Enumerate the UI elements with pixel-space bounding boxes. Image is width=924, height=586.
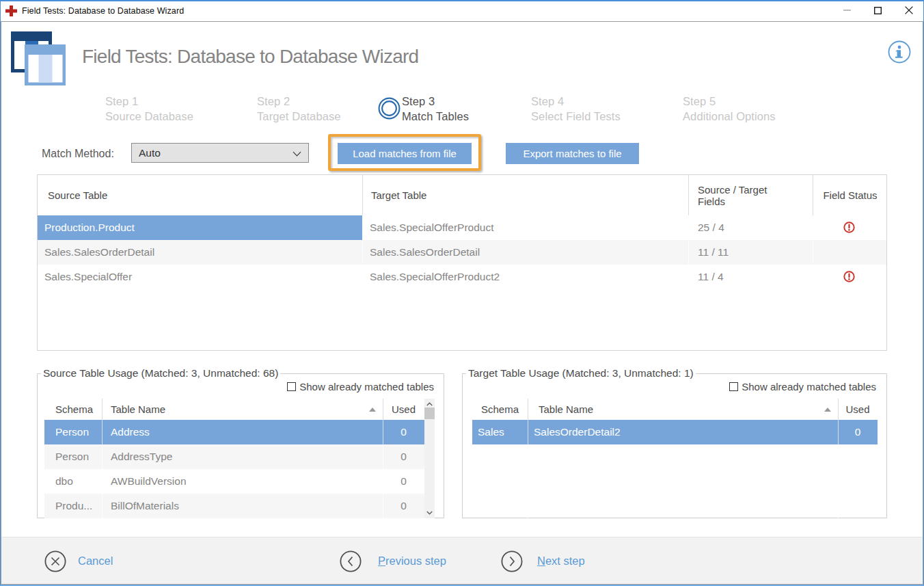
step-5-label: Additional Options — [683, 110, 776, 122]
cell-status — [813, 265, 888, 289]
cell-schema: dbo — [55, 469, 73, 494]
match-method-label: Match Method: — [42, 148, 114, 160]
step-3-active-icon — [378, 97, 400, 120]
cell-used: 0 — [383, 420, 424, 444]
source-usage-legend: Source Table Usage (Matched: 3, Unmatche… — [41, 367, 280, 379]
match-row-2[interactable]: Sales.SalesOrderDetail Sales.SalesOrderD… — [38, 240, 886, 265]
target-usage-legend: Target Table Usage (Matched: 3, Unmatche… — [466, 367, 696, 379]
col-target-table[interactable]: Target Table — [371, 175, 426, 215]
cancel-button[interactable]: Cancel — [44, 550, 113, 572]
page-title: Field Tests: Database to Database Wizard — [82, 46, 418, 68]
previous-label: Previous step — [378, 555, 446, 568]
app-icon — [5, 5, 17, 16]
checkbox[interactable] — [287, 382, 296, 391]
step-4: Step 4 Select Field Tests — [531, 94, 678, 124]
cancel-icon — [44, 550, 66, 572]
close-button[interactable] — [893, 0, 924, 21]
target-show-matched[interactable]: Show already matched tables — [729, 382, 876, 391]
cell-table-name: AWBuildVersion — [111, 469, 187, 494]
match-table-header: Source Table Target Table Source / Targe… — [38, 175, 886, 215]
cell-status — [813, 215, 888, 240]
cell-table-name: AddressType — [111, 444, 172, 469]
checkbox-label: Show already matched tables — [299, 381, 434, 392]
match-row-1[interactable]: Production.Product Sales.SpecialOfferPro… — [38, 215, 886, 240]
match-method-select[interactable]: Auto — [131, 143, 309, 163]
step-4-label: Select Field Tests — [531, 110, 621, 122]
col-table-name[interactable]: Table Name — [539, 399, 593, 420]
step-3-label: Match Tables — [402, 110, 469, 122]
cell-source[interactable]: Sales.SpecialOffer — [38, 265, 362, 289]
checkbox-label: Show already matched tables — [742, 381, 876, 392]
window-title: Field Tests: Database to Database Wizard — [22, 6, 184, 16]
step-4-number: Step 4 — [531, 94, 678, 109]
source-usage-panel: Source Table Usage (Matched: 3, Unmatche… — [37, 373, 444, 518]
target-usage-header: Schema Table Name Used — [472, 399, 878, 420]
titlebar: Field Tests: Database to Database Wizard — [0, 0, 924, 21]
chevron-down-icon — [293, 151, 301, 157]
cell-target[interactable]: Sales.SalesOrderDetail — [370, 240, 480, 265]
cell-schema: Person — [55, 420, 89, 444]
cell-target[interactable]: Sales.SpecialOfferProduct — [370, 215, 494, 240]
match-row-3[interactable]: Sales.SpecialOffer Sales.SpecialOfferPro… — [38, 265, 886, 289]
source-show-matched[interactable]: Show already matched tables — [287, 382, 434, 391]
source-usage-header: Schema Table Name Used — [44, 399, 435, 420]
export-matches-button[interactable]: Export matches to file — [506, 143, 639, 164]
target-usage-panel: Target Table Usage (Matched: 3, Unmatche… — [462, 373, 887, 518]
step-1-label: Source Database — [105, 110, 193, 122]
step-5: Step 5 Additional Options — [683, 94, 830, 124]
scroll-up-icon[interactable] — [426, 402, 433, 406]
next-step-button[interactable]: Next step — [501, 550, 585, 572]
cell-schema: Produ... — [55, 494, 92, 518]
next-icon — [501, 550, 523, 572]
col-used[interactable]: Used — [383, 399, 424, 420]
previous-step-button[interactable]: Previous step — [340, 550, 446, 572]
source-usage-table: Schema Table Name Used Person Address 0 … — [44, 399, 435, 518]
cell-table-name: Address — [111, 420, 150, 444]
step-5-number: Step 5 — [683, 94, 830, 109]
cell-table-name: BillOfMaterials — [111, 494, 179, 518]
sort-ascending-icon — [824, 408, 831, 412]
error-icon — [843, 271, 855, 282]
cell-used: 0 — [838, 420, 878, 444]
maximize-button[interactable] — [862, 0, 893, 21]
col-table-name[interactable]: Table Name — [111, 399, 165, 420]
cell-fields[interactable]: 11 / 11 — [698, 240, 729, 265]
col-fields[interactable]: Source / Target Fields — [698, 175, 780, 215]
vertical-scrollbar[interactable] — [424, 399, 435, 518]
previous-icon — [340, 550, 362, 572]
col-schema[interactable]: Schema — [55, 399, 93, 420]
cell-table-name: SalesOrderDetail2 — [534, 420, 621, 444]
cell-schema: Person — [55, 444, 89, 469]
cancel-label: Cancel — [78, 555, 113, 568]
col-used[interactable]: Used — [838, 399, 878, 420]
scrollbar-thumb[interactable] — [424, 408, 435, 419]
col-schema[interactable]: Schema — [481, 399, 519, 420]
col-source-table[interactable]: Source Table — [48, 175, 107, 215]
match-table: Source Table Target Table Source / Targe… — [37, 174, 887, 351]
match-method-value: Auto — [139, 147, 161, 159]
minimize-button[interactable] — [832, 0, 862, 21]
cell-used: 0 — [383, 494, 424, 518]
step-3: Step 3 Match Tables — [402, 94, 549, 124]
col-field-status[interactable]: Field Status — [813, 175, 888, 215]
target-usage-table: Schema Table Name Used Sales SalesOrderD… — [472, 399, 878, 518]
footer: Cancel Previous step Next step — [1, 537, 923, 584]
cell-source[interactable]: Sales.SalesOrderDetail — [38, 240, 362, 265]
step-1: Step 1 Source Database — [105, 94, 252, 124]
step-2-label: Target Database — [257, 110, 341, 122]
step-3-number: Step 3 — [402, 94, 549, 109]
cell-used: 0 — [383, 469, 424, 494]
info-icon[interactable] — [888, 40, 911, 64]
app-window: Field Tests: Database to Database Wizard… — [0, 0, 924, 586]
cell-used: 0 — [383, 444, 424, 469]
cell-target[interactable]: Sales.SpecialOfferProduct2 — [370, 265, 500, 289]
cell-source[interactable]: Production.Product — [38, 215, 362, 240]
cell-schema: Sales — [478, 420, 504, 444]
scroll-down-icon[interactable] — [426, 511, 433, 515]
load-matches-button[interactable]: Load matches from file — [338, 143, 472, 164]
cell-fields[interactable]: 25 / 4 — [698, 215, 724, 240]
usage-row[interactable]: Sales SalesOrderDetail2 0 — [472, 420, 878, 444]
error-icon — [843, 222, 855, 233]
cell-fields[interactable]: 11 / 4 — [698, 265, 724, 289]
checkbox[interactable] — [729, 382, 738, 391]
